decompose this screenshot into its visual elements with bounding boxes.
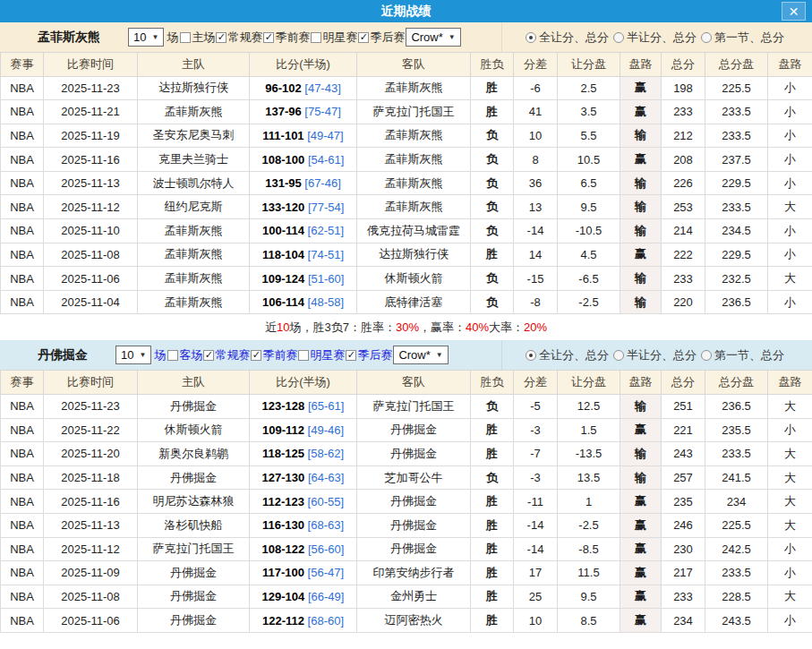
column-header: 盘路 bbox=[768, 371, 812, 395]
sections-container: 孟菲斯灰熊10▼场主场✓常规赛✓季前赛明星赛✓季后赛Crow*▼全让分、总分半让… bbox=[0, 22, 812, 633]
league-cell: NBA bbox=[1, 394, 44, 418]
filter-checkbox-0[interactable]: 主场 bbox=[179, 30, 215, 46]
date-cell: 2025-11-12 bbox=[44, 195, 138, 219]
handicap-result-cell: 赢 bbox=[620, 76, 662, 100]
total-line-cell: 229.5 bbox=[705, 243, 768, 267]
home-team-cell: 休斯顿火箭 bbox=[138, 418, 250, 442]
date-cell: 2025-11-12 bbox=[44, 537, 138, 561]
column-header: 客队 bbox=[357, 53, 471, 77]
over-under-cell: 大 bbox=[768, 585, 812, 609]
result-cell: 负 bbox=[471, 148, 514, 172]
radio-label: 全让分、总分 bbox=[539, 30, 609, 46]
half-score: [67-46] bbox=[302, 176, 341, 190]
filter-checkbox-0[interactable]: 客场 bbox=[167, 347, 202, 363]
column-header: 胜负 bbox=[471, 371, 514, 395]
total-line-cell: 233.5 bbox=[705, 100, 768, 124]
bookmaker-select[interactable]: Crow*▼ bbox=[406, 28, 460, 47]
total-line-cell: 233.5 bbox=[705, 195, 768, 219]
filter-checkbox-1[interactable]: ✓常规赛 bbox=[202, 347, 250, 363]
filter-checkbox-3[interactable]: 明星赛 bbox=[297, 347, 345, 363]
final-score: 109-124 bbox=[262, 272, 305, 286]
close-button[interactable]: ✕ bbox=[782, 2, 806, 21]
column-header: 比分(半场) bbox=[250, 371, 357, 395]
filter-checkbox-4[interactable]: ✓季后赛 bbox=[345, 347, 392, 363]
table-row: NBA2025-11-13波士顿凯尔特人131-95 [67-46]孟菲斯灰熊负… bbox=[1, 171, 812, 195]
total-line-cell: 243.5 bbox=[705, 609, 768, 633]
column-header: 分差 bbox=[514, 53, 558, 77]
header-row: 赛事比赛时间主队比分(半场)客队胜负分差让分盘盘路总分总分盘盘路 bbox=[1, 371, 812, 395]
radio-option-2[interactable]: 第一节、总分 bbox=[701, 30, 784, 46]
bookmaker-select[interactable]: Crow*▼ bbox=[393, 346, 448, 364]
chevron-down-icon: ▼ bbox=[436, 351, 443, 359]
half-score: [74-51] bbox=[304, 248, 344, 261]
final-score: 127-130 bbox=[262, 471, 305, 484]
filter-checkbox-1[interactable]: ✓常规赛 bbox=[215, 30, 262, 46]
point-diff-cell: 13 bbox=[514, 195, 558, 219]
result-cell: 胜 bbox=[471, 513, 514, 537]
filter-checkbox-2[interactable]: ✓季前赛 bbox=[250, 347, 297, 363]
games-count-select[interactable]: 10▼ bbox=[115, 346, 151, 364]
final-score: 137-96 bbox=[265, 105, 301, 118]
point-diff-cell: -6 bbox=[514, 76, 558, 100]
radio-option-0[interactable]: 全让分、总分 bbox=[526, 347, 609, 363]
games-count-select[interactable]: 10▼ bbox=[128, 28, 164, 47]
date-cell: 2025-11-06 bbox=[44, 609, 138, 633]
total-line-cell: 233.5 bbox=[705, 124, 768, 148]
radio-option-1[interactable]: 半让分、总分 bbox=[613, 347, 697, 363]
radio-icon bbox=[526, 350, 536, 361]
date-cell: 2025-11-18 bbox=[44, 465, 138, 490]
checkbox-icon bbox=[298, 350, 309, 361]
header-row: 赛事比赛时间主队比分(半场)客队胜负分差让分盘盘路总分总分盘盘路 bbox=[1, 53, 812, 77]
column-header: 盘路 bbox=[620, 53, 662, 77]
handicap-result-cell: 赢 bbox=[620, 490, 662, 514]
league-cell: NBA bbox=[1, 561, 44, 585]
result-cell: 胜 bbox=[471, 418, 514, 442]
handicap-cell: -10.5 bbox=[558, 219, 620, 243]
total-points-cell: 214 bbox=[662, 219, 705, 243]
score-cell: 133-120 [77-54] bbox=[250, 195, 357, 219]
half-score: [65-61] bbox=[304, 399, 344, 413]
table-row: NBA2025-11-06孟菲斯灰熊109-124 [51-60]休斯顿火箭负-… bbox=[1, 267, 812, 291]
radio-option-1[interactable]: 半让分、总分 bbox=[613, 30, 697, 46]
checkbox-icon bbox=[167, 350, 178, 361]
filter-checkbox-3[interactable]: 明星赛 bbox=[310, 30, 357, 46]
score-cell: 131-95 [67-46] bbox=[250, 171, 357, 195]
radio-label: 第一节、总分 bbox=[714, 30, 784, 46]
total-line-cell: 234.5 bbox=[705, 219, 768, 243]
column-header: 让分盘 bbox=[558, 53, 620, 77]
home-team-cell: 达拉斯独行侠 bbox=[138, 76, 250, 100]
point-diff-cell: 41 bbox=[514, 100, 558, 124]
radio-option-2[interactable]: 第一节、总分 bbox=[701, 347, 784, 363]
radio-label: 第一节、总分 bbox=[714, 347, 784, 363]
checkbox-label: 常规赛 bbox=[215, 347, 250, 363]
score-cell: 116-130 [68-63] bbox=[250, 513, 357, 537]
result-cell: 胜 bbox=[471, 100, 514, 124]
handicap-result-cell: 输 bbox=[620, 465, 662, 490]
radio-option-0[interactable]: 全让分、总分 bbox=[526, 30, 609, 46]
away-team-cell: 丹佛掘金 bbox=[357, 418, 471, 442]
home-team-cell: 波士顿凯尔特人 bbox=[138, 171, 250, 195]
league-cell: NBA bbox=[1, 171, 44, 195]
score-cell: 127-130 [64-63] bbox=[250, 465, 357, 490]
score-cell: 100-114 [62-51] bbox=[250, 219, 357, 243]
score-cell: 122-112 [68-60] bbox=[250, 609, 357, 633]
score-cell: 118-104 [74-51] bbox=[250, 243, 357, 267]
result-cell: 胜 bbox=[471, 490, 514, 514]
league-cell: NBA bbox=[1, 290, 44, 314]
table-row: NBA2025-11-06丹佛掘金122-112 [68-60]迈阿密热火胜10… bbox=[1, 609, 812, 633]
away-team-cell: 萨克拉门托国王 bbox=[357, 394, 471, 418]
away-team-cell: 达拉斯独行侠 bbox=[357, 243, 471, 267]
filter-checkbox-4[interactable]: ✓季后赛 bbox=[357, 30, 405, 46]
point-diff-cell: 10 bbox=[514, 609, 558, 633]
total-line-cell: 228.5 bbox=[705, 585, 768, 609]
date-cell: 2025-11-13 bbox=[44, 513, 138, 537]
half-score: [68-63] bbox=[304, 518, 344, 532]
away-team-cell: 孟菲斯灰熊 bbox=[357, 148, 471, 172]
point-diff-cell: -3 bbox=[514, 465, 558, 490]
league-cell: NBA bbox=[1, 100, 44, 124]
filter-checkbox-2[interactable]: ✓季前赛 bbox=[262, 30, 310, 46]
checkbox-icon: ✓ bbox=[251, 350, 261, 361]
score-cell: 117-100 [56-47] bbox=[250, 561, 357, 585]
odds-type-options: 全让分、总分半让分、总分第一节、总分 bbox=[502, 22, 812, 52]
summary-row: 近 10 场，胜3负7：胜率：30%，赢率：40% 大率：20% bbox=[0, 314, 812, 340]
